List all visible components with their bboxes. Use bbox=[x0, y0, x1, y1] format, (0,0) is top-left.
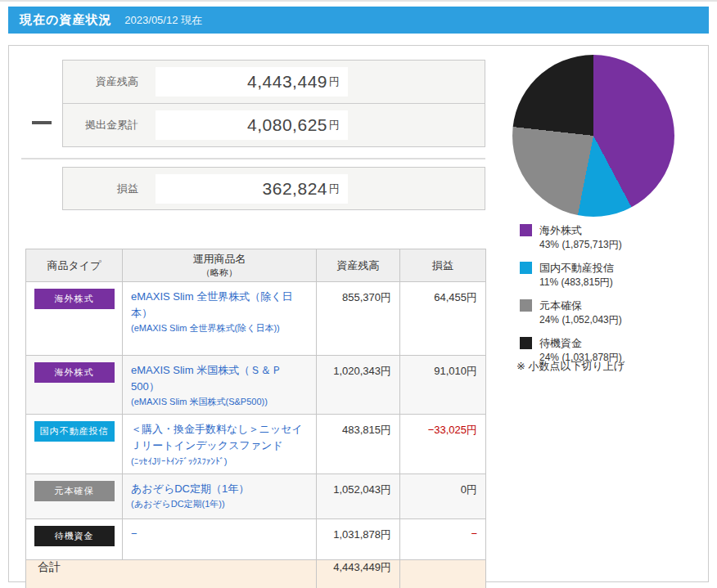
balance-cell: 855,370円 bbox=[317, 282, 400, 356]
balance-cell: 1,052,043円 bbox=[317, 474, 400, 518]
legend-swatch-overseas-equity bbox=[520, 224, 532, 236]
product-name-link[interactable]: あおぞらDC定期（1年） bbox=[131, 481, 309, 497]
legend-percent: 11% bbox=[539, 276, 558, 288]
section-header: 現在の資産状況 2023/05/12 現在 bbox=[8, 7, 709, 34]
asset-balance-label: 資産残高 bbox=[63, 74, 138, 89]
table-row: 待機資金 − 1,031,878円 − bbox=[26, 518, 486, 559]
profit-cell: − bbox=[400, 518, 486, 559]
table-total-row: 合計 4,443,449円 bbox=[26, 559, 486, 588]
balance-summary-box: 資産残高 4,443,449 円 拠出金累計 4,080,625 円 bbox=[62, 60, 485, 147]
profit-cell: 91,010円 bbox=[400, 356, 486, 415]
asset-balance-row: 資産残高 4,443,449 円 bbox=[63, 61, 485, 103]
legend-swatch-principal-protected bbox=[520, 299, 532, 312]
product-type-badge: 国内不動産投信 bbox=[34, 421, 115, 442]
profit-cell: 0円 bbox=[400, 474, 486, 518]
profit-summary-box: 損益 362,824 円 bbox=[62, 167, 485, 210]
product-short-name: (ﾆｯｾｲJﾘｰﾄｲﾝﾃﾞｯｸｽﾌｧﾝﾄﾞ) bbox=[131, 455, 309, 469]
legend-item-overseas-equity: 海外株式 43% (1,875,713円) bbox=[520, 223, 622, 251]
legend-amount: (483,815円) bbox=[561, 276, 612, 288]
asset-balance-unit: 円 bbox=[329, 74, 340, 89]
table-header-row: 商品タイプ 運用商品名 （略称） 資産残高 損益 bbox=[26, 249, 486, 282]
product-type-badge: 元本確保 bbox=[34, 481, 115, 501]
asset-status-page: 現在の資産状況 2023/05/12 現在 資産残高 4,443,449 円 拠… bbox=[0, 0, 717, 588]
profit-cell: −33,025円 bbox=[400, 415, 486, 474]
rounding-note: ※ 小数点以下切り上げ bbox=[516, 359, 625, 374]
col-header-balance: 資産残高 bbox=[317, 249, 400, 282]
product-name-link[interactable]: eMAXIS Slim 全世界株式（除く日本） bbox=[131, 289, 309, 321]
minus-operator-icon bbox=[32, 121, 52, 124]
products-table: 商品タイプ 運用商品名 （略称） 資産残高 損益 海外株式 eMAXIS Sli… bbox=[25, 249, 486, 588]
contribution-total-row: 拠出金累計 4,080,625 円 bbox=[63, 103, 485, 146]
total-balance-cell: 4,443,449円 bbox=[317, 559, 400, 588]
balance-cell: 483,815円 bbox=[317, 415, 400, 474]
total-profit-cell bbox=[400, 559, 486, 588]
profit-row: 損益 362,824 円 bbox=[63, 168, 485, 210]
legend-percent: 43% bbox=[539, 239, 559, 250]
contribution-total-unit: 円 bbox=[329, 118, 340, 132]
product-short-name: (eMAXIS Slim 米国株式(S&P500)) bbox=[131, 395, 309, 409]
product-name-link[interactable]: ＜購入・換金手数料なし＞ニッセイＪリートインデックスファンド bbox=[131, 421, 309, 454]
product-name-placeholder: − bbox=[131, 526, 309, 542]
legend-label: 元本確保 bbox=[539, 298, 622, 313]
col-header-profit: 損益 bbox=[400, 249, 486, 282]
legend-amount: (1,052,043円) bbox=[561, 314, 621, 325]
product-short-name: (eMAXIS Slim 全世界株式(除く日本)) bbox=[131, 321, 309, 335]
product-type-badge: 待機資金 bbox=[34, 526, 115, 546]
col-header-product-name: 運用商品名 （略称） bbox=[123, 249, 317, 282]
product-type-badge: 海外株式 bbox=[34, 362, 115, 383]
col-header-product-type: 商品タイプ bbox=[26, 249, 123, 282]
legend-label: 国内不動産投信 bbox=[539, 261, 614, 276]
legend-label: 海外株式 bbox=[539, 223, 622, 238]
asset-balance-amount: 4,443,449 bbox=[247, 72, 327, 92]
legend-amount: (1,875,713円) bbox=[561, 239, 621, 250]
legend-item-principal-protected: 元本確保 24% (1,052,043円) bbox=[520, 298, 622, 326]
balance-cell: 1,020,343円 bbox=[317, 356, 400, 415]
contribution-total-amount: 4,080,625 bbox=[247, 115, 327, 135]
total-label: 合計 bbox=[26, 559, 317, 588]
asset-allocation-pie-chart bbox=[512, 55, 674, 217]
profit-cell: 64,455円 bbox=[400, 282, 486, 356]
content-panel: 資産残高 4,443,449 円 拠出金累計 4,080,625 円 損益 bbox=[8, 45, 709, 582]
legend-item-domestic-reit: 国内不動産投信 11% (483,815円) bbox=[520, 261, 614, 289]
balance-cell: 1,031,878円 bbox=[317, 518, 400, 559]
table-row: 海外株式 eMAXIS Slim 米国株式（Ｓ＆Ｐ500） (eMAXIS Sl… bbox=[26, 356, 486, 415]
contribution-total-label: 拠出金累計 bbox=[63, 118, 138, 132]
contribution-total-value: 4,080,625 円 bbox=[156, 110, 348, 140]
as-of-date: 2023/05/12 現在 bbox=[124, 13, 202, 28]
legend-percent: 24% bbox=[539, 314, 559, 325]
profit-unit: 円 bbox=[329, 182, 340, 196]
legend-label: 待機資金 bbox=[539, 336, 622, 351]
profit-value: 362,824 円 bbox=[156, 174, 348, 204]
profit-amount: 362,824 bbox=[263, 179, 327, 199]
legend-swatch-standby-funds bbox=[520, 337, 532, 349]
product-type-badge: 海外株式 bbox=[34, 289, 115, 309]
product-short-name: (あおぞらDC定期(1年)) bbox=[131, 497, 309, 511]
table-row: 国内不動産投信 ＜購入・換金手数料なし＞ニッセイＪリートインデックスファンド (… bbox=[26, 415, 486, 474]
page-title: 現在の資産状況 bbox=[20, 12, 111, 28]
legend-swatch-domestic-reit bbox=[520, 262, 532, 274]
profit-label: 損益 bbox=[63, 182, 138, 196]
page-top-divider bbox=[0, 0, 717, 2]
table-row: 海外株式 eMAXIS Slim 全世界株式（除く日本） (eMAXIS Sli… bbox=[26, 282, 486, 356]
table-row: 元本確保 あおぞらDC定期（1年） (あおぞらDC定期(1年)) 1,052,0… bbox=[26, 474, 486, 518]
asset-balance-value: 4,443,449 円 bbox=[156, 67, 348, 97]
product-name-link[interactable]: eMAXIS Slim 米国株式（Ｓ＆Ｐ500） bbox=[131, 362, 309, 395]
subtraction-line bbox=[21, 158, 485, 159]
